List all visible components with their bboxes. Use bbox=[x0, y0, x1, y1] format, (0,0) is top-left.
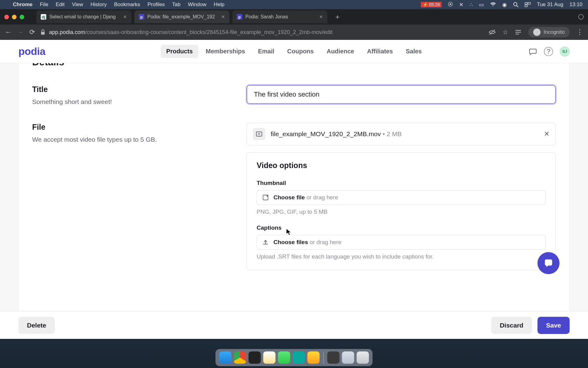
delete-button[interactable]: Delete bbox=[18, 317, 55, 334]
tab-title: Podia: file_example_MOV_192 bbox=[147, 14, 218, 20]
notification-center-icon[interactable] bbox=[525, 2, 531, 7]
video-options-heading: Video options bbox=[257, 161, 546, 170]
thumbnail-upload[interactable]: Choose file or drag here bbox=[257, 190, 546, 205]
help-icon[interactable]: ? bbox=[544, 47, 553, 56]
tab-overflow-icon[interactable] bbox=[578, 14, 584, 20]
menubar-window[interactable]: Window bbox=[188, 2, 206, 8]
bookmark-star-icon[interactable]: ☆ bbox=[503, 29, 508, 36]
nav-products[interactable]: Products bbox=[161, 45, 198, 58]
field-title: Title Something short and sweet! bbox=[32, 85, 556, 105]
file-attachment: file_example_MOV_1920_2_2MB.mov • 2 MB ✕ bbox=[247, 123, 556, 145]
video-icon bbox=[253, 128, 265, 140]
incognito-icon bbox=[533, 29, 541, 36]
battery-icon[interactable]: ▭ bbox=[479, 2, 484, 8]
browser-tab[interactable]: p Podia: Sarah Jonas ✕ bbox=[232, 10, 327, 23]
app-page: podia Products Memberships Email Coupons… bbox=[0, 40, 588, 339]
nav-sales[interactable]: Sales bbox=[400, 45, 427, 58]
window-maximize-icon[interactable] bbox=[20, 15, 24, 19]
incognito-chip[interactable]: Incognito bbox=[528, 27, 570, 37]
dock-trash-icon[interactable] bbox=[357, 351, 369, 364]
field-file: File We accept most video file types up … bbox=[32, 123, 556, 270]
nav-email[interactable]: Email bbox=[252, 45, 280, 58]
podia-logo[interactable]: podia bbox=[18, 45, 45, 57]
dock-chrome-icon[interactable] bbox=[234, 351, 246, 364]
address-bar: ← → ⟳ app.podia.com/courses/saas-onboard… bbox=[0, 25, 588, 40]
menubar-clock[interactable]: 13:10 bbox=[569, 2, 582, 8]
nav-coupons[interactable]: Coupons bbox=[282, 45, 319, 58]
video-options-panel: Video options Thumbnail Choose file or d… bbox=[247, 152, 556, 270]
file-label: File bbox=[32, 123, 247, 132]
file-desc: We accept most video file types up to 5 … bbox=[32, 136, 247, 143]
new-tab-button[interactable]: ＋ bbox=[334, 12, 341, 21]
reload-button[interactable]: ⟳ bbox=[29, 28, 35, 36]
nav-memberships[interactable]: Memberships bbox=[200, 45, 251, 58]
menubar-tab[interactable]: Tab bbox=[172, 2, 180, 8]
action-bar: Delete Discard Save bbox=[0, 311, 588, 339]
tab-close-icon[interactable]: ✕ bbox=[319, 14, 323, 20]
status-icon[interactable]: ✕ bbox=[459, 2, 463, 8]
svg-rect-12 bbox=[545, 259, 552, 266]
browser-tab[interactable]: dj Select email to change | Djang ✕ bbox=[36, 10, 131, 23]
menubar-date[interactable]: Tue 31 Aug bbox=[537, 2, 563, 8]
browser-tab-active[interactable]: p Podia: file_example_MOV_192 ✕ bbox=[134, 10, 229, 23]
menubar-history[interactable]: History bbox=[90, 2, 107, 8]
dock-finder-icon[interactable] bbox=[219, 351, 232, 364]
captions-upload[interactable]: Choose files or drag here bbox=[257, 235, 546, 250]
lock-icon bbox=[40, 29, 45, 35]
dock-messages-icon[interactable] bbox=[278, 351, 290, 364]
menubar-edit[interactable]: Edit bbox=[56, 2, 65, 8]
menubar-app[interactable]: Chrome bbox=[13, 2, 32, 8]
browser-menu-button[interactable]: ⋮ bbox=[576, 28, 583, 36]
status-icon[interactable]: ∴ bbox=[469, 2, 473, 8]
intercom-chat-button[interactable] bbox=[537, 252, 560, 274]
svg-rect-2 bbox=[525, 2, 527, 4]
url-bar[interactable]: app.podia.com/courses/saas-onboarding-co… bbox=[40, 29, 483, 36]
dock-terminal-icon[interactable] bbox=[249, 351, 261, 364]
user-avatar[interactable]: SJ bbox=[560, 47, 570, 56]
status-icon[interactable]: ⦿ bbox=[448, 2, 453, 8]
nav-audience[interactable]: Audience bbox=[321, 45, 360, 58]
messages-icon[interactable] bbox=[528, 47, 537, 56]
svg-point-0 bbox=[514, 2, 517, 6]
title-input[interactable] bbox=[247, 85, 556, 104]
spotlight-icon[interactable] bbox=[513, 2, 518, 7]
title-label: Title bbox=[32, 85, 247, 94]
dock-app-icon[interactable] bbox=[293, 351, 305, 364]
dock-app-icon[interactable] bbox=[307, 351, 320, 364]
nav-affiliates[interactable]: Affiliates bbox=[361, 45, 398, 58]
tab-title: Podia: Sarah Jonas bbox=[245, 14, 316, 20]
eye-off-icon[interactable] bbox=[488, 29, 496, 35]
menubar-file[interactable]: File bbox=[40, 2, 48, 8]
dock-notes-icon[interactable] bbox=[263, 351, 276, 364]
wifi-icon[interactable] bbox=[490, 2, 496, 7]
tab-close-icon[interactable]: ✕ bbox=[221, 14, 225, 20]
tab-close-icon[interactable]: ✕ bbox=[123, 14, 127, 20]
dock-folder-icon[interactable] bbox=[327, 351, 340, 364]
discard-button[interactable]: Discard bbox=[491, 317, 532, 334]
menubar-profiles[interactable]: Profiles bbox=[147, 2, 165, 8]
window-close-icon[interactable] bbox=[4, 15, 9, 19]
dock-folder-icon[interactable] bbox=[342, 351, 354, 364]
mac-dock bbox=[216, 349, 373, 366]
back-button[interactable]: ← bbox=[5, 28, 12, 36]
file-name: file_example_MOV_1920_2_2MB.mov • 2 MB bbox=[271, 130, 402, 138]
browser-window: dj Select email to change | Djang ✕ p Po… bbox=[0, 9, 588, 40]
thumbnail-hint: PNG, JPG, GIF, up to 5 MB bbox=[257, 209, 546, 215]
forward-button[interactable]: → bbox=[17, 28, 24, 36]
control-center-icon[interactable]: ◉ bbox=[502, 2, 507, 8]
save-button[interactable]: Save bbox=[537, 317, 570, 334]
menubar-help[interactable]: Help bbox=[214, 2, 224, 8]
remove-file-button[interactable]: ✕ bbox=[544, 130, 549, 138]
menubar-bookmarks[interactable]: Bookmarks bbox=[114, 2, 140, 8]
upload-icon bbox=[262, 239, 269, 245]
battery-status-icon[interactable]: ⚡05:28 bbox=[421, 2, 442, 7]
reading-list-icon[interactable] bbox=[515, 29, 522, 35]
main-nav: Products Memberships Email Coupons Audie… bbox=[161, 45, 427, 58]
svg-rect-3 bbox=[528, 2, 530, 4]
url-text: app.podia.com/courses/saas-onboarding-co… bbox=[49, 29, 333, 36]
favicon-icon: p bbox=[139, 14, 144, 20]
window-minimize-icon[interactable] bbox=[12, 15, 17, 19]
section-heading: Details bbox=[32, 63, 556, 68]
menubar-view[interactable]: View bbox=[72, 2, 83, 8]
mac-menubar: Chrome File Edit View History Bookmarks … bbox=[0, 0, 588, 9]
